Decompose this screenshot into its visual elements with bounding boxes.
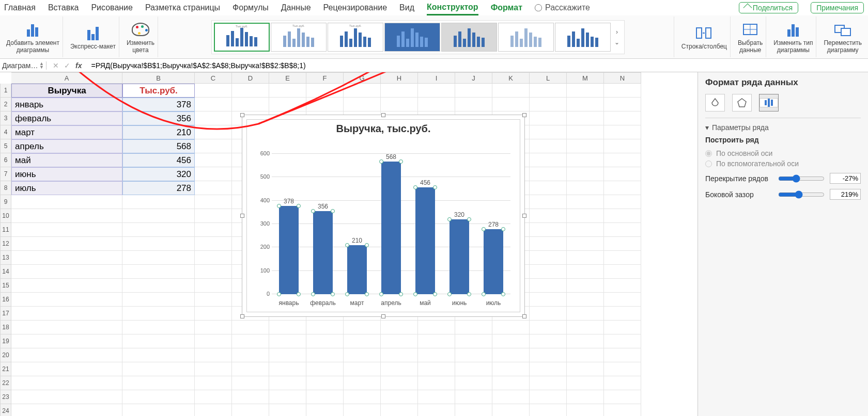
pane-tab-fill[interactable] (705, 94, 725, 111)
cell[interactable] (530, 293, 567, 307)
cell[interactable] (344, 84, 381, 98)
tab-draw[interactable]: Рисование (91, 1, 133, 14)
cell[interactable] (11, 251, 122, 265)
cell[interactable] (306, 84, 344, 98)
col-header-E[interactable]: E (269, 72, 306, 84)
cell[interactable] (11, 348, 122, 362)
cell[interactable] (195, 153, 232, 167)
cell[interactable] (122, 279, 195, 293)
column-headers[interactable]: ABCDEFGHIJKLMN (11, 72, 698, 84)
cell[interactable] (195, 390, 232, 404)
cell[interactable] (195, 321, 232, 334)
tab-pagelayout[interactable]: Разметка страницы (145, 1, 220, 14)
row-header[interactable]: 4 (0, 125, 11, 139)
cell[interactable] (11, 223, 122, 237)
row-header[interactable]: 7 (0, 167, 11, 181)
cell[interactable] (567, 334, 604, 348)
cell[interactable] (11, 321, 122, 334)
add-chart-element-button[interactable]: Добавить элемент диаграммы (3, 17, 63, 57)
cell[interactable] (195, 98, 232, 111)
cell[interactable] (492, 376, 530, 390)
cell[interactable] (604, 321, 641, 334)
cell[interactable] (11, 390, 122, 404)
cell[interactable] (269, 376, 306, 390)
gap-slider[interactable] (778, 190, 825, 199)
tab-view[interactable]: Вид (399, 1, 414, 14)
cell[interactable] (122, 195, 195, 209)
cell[interactable] (604, 181, 641, 195)
cell[interactable] (567, 279, 604, 293)
cell[interactable] (604, 279, 641, 293)
cell[interactable] (122, 376, 195, 390)
col-header-J[interactable]: J (455, 72, 492, 84)
cell[interactable] (306, 404, 344, 416)
chart-style-3[interactable]: Тыс.руб. (328, 23, 383, 52)
chart-title[interactable]: Выручка, тыс.руб. (247, 123, 520, 135)
cell[interactable] (455, 321, 492, 334)
cell[interactable] (344, 404, 381, 416)
row-header[interactable]: 3 (0, 111, 11, 125)
cell[interactable] (11, 293, 122, 307)
cell[interactable]: Выручка (11, 84, 122, 98)
row-header[interactable]: 13 (0, 251, 11, 265)
col-header-A[interactable]: A (11, 72, 122, 84)
cell[interactable] (530, 307, 567, 321)
cell[interactable] (567, 390, 604, 404)
cell[interactable] (195, 293, 232, 307)
cell[interactable] (344, 321, 381, 334)
chart-bar[interactable] (347, 245, 367, 294)
row-header[interactable]: 22 (0, 376, 11, 390)
cell[interactable] (567, 195, 604, 209)
cell[interactable] (418, 376, 455, 390)
row-header[interactable]: 24 (0, 404, 11, 416)
name-box[interactable]: Диаграм…▲▼ (0, 61, 47, 70)
gap-value[interactable] (830, 189, 861, 200)
cell[interactable] (567, 237, 604, 251)
chart-bar[interactable] (450, 219, 469, 294)
cell[interactable] (269, 84, 306, 98)
cell[interactable] (418, 390, 455, 404)
cell[interactable] (418, 98, 455, 111)
cell[interactable] (567, 181, 604, 195)
col-header-L[interactable]: L (530, 72, 567, 84)
cell[interactable] (418, 321, 455, 334)
cell[interactable] (122, 390, 195, 404)
fx-icon[interactable]: fx (75, 61, 82, 70)
cell[interactable] (492, 334, 530, 348)
cell[interactable]: июль (11, 181, 122, 195)
cell[interactable] (344, 362, 381, 376)
cell[interactable] (418, 84, 455, 98)
cell[interactable] (604, 251, 641, 265)
cell[interactable] (604, 348, 641, 362)
tab-review[interactable]: Рецензирование (323, 1, 388, 14)
cell[interactable] (269, 98, 306, 111)
cell[interactable] (455, 362, 492, 376)
cell[interactable] (530, 111, 567, 125)
tab-chartdesign[interactable]: Конструктор (427, 1, 478, 15)
cell[interactable]: апрель (11, 139, 122, 153)
cell[interactable] (567, 293, 604, 307)
cell[interactable] (567, 362, 604, 376)
cell[interactable] (11, 404, 122, 416)
row-header[interactable]: 21 (0, 362, 11, 376)
pane-tab-effects[interactable] (732, 94, 752, 111)
cell[interactable] (567, 321, 604, 334)
cell[interactable] (11, 279, 122, 293)
cell[interactable] (122, 293, 195, 307)
cell[interactable] (567, 98, 604, 111)
cell[interactable] (604, 153, 641, 167)
cell[interactable]: март (11, 125, 122, 139)
cell[interactable] (11, 307, 122, 321)
cell[interactable] (418, 334, 455, 348)
cell[interactable] (492, 362, 530, 376)
row-header[interactable]: 9 (0, 195, 11, 209)
row-header[interactable]: 6 (0, 153, 11, 167)
overlap-slider[interactable] (778, 174, 825, 183)
cell[interactable] (567, 265, 604, 279)
col-header-G[interactable]: G (344, 72, 381, 84)
cell[interactable] (195, 223, 232, 237)
cell[interactable] (567, 404, 604, 416)
cell[interactable]: 278 (122, 181, 195, 195)
cell[interactable] (232, 84, 269, 98)
chart-style-1[interactable]: Тыс.руб. (214, 23, 270, 52)
